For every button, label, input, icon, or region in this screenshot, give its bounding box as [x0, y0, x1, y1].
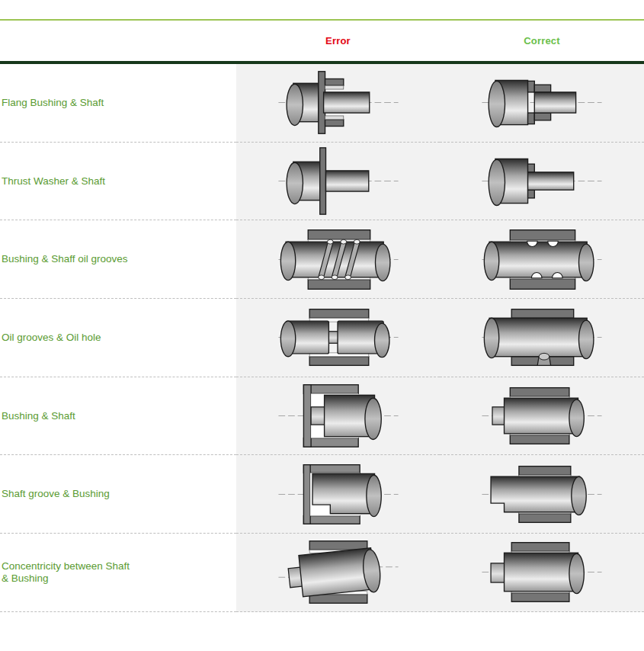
row-label-oil-grooves: Bushing & Shaff oil grooves — [0, 220, 236, 299]
correct-cell-oil-grooves — [440, 220, 644, 299]
error-cell-shaft-groove — [236, 455, 440, 534]
deep-groove-in-shaft-diagram — [274, 300, 403, 374]
oil-grooves-in-bushing-diagram — [477, 223, 607, 297]
oil-hole-in-bushing-diagram — [477, 300, 607, 374]
flange-bushing-flush-diagram — [477, 66, 607, 140]
row-label-oil-hole: Oil grooves & Oil hole — [0, 299, 236, 377]
row-label-thrust-washer: Thrust Washer & Shaft — [0, 143, 236, 221]
row-label-bushing-shaft: Bushing & Shaft — [0, 377, 236, 456]
error-cell-bushing-shaft — [236, 377, 440, 456]
error-cell-oil-grooves — [236, 220, 440, 299]
flange-bushing-protruding-diagram — [274, 66, 403, 140]
shaft-groove-outside-bushing-diagram — [477, 457, 607, 531]
correct-cell-concentricity — [440, 534, 644, 612]
row-label-flang-bushing: Flang Bushing & Shaft — [0, 64, 236, 143]
correct-cell-thrust-washer — [440, 143, 644, 221]
row-label-concentricity: Concentricity between Shaft & Bushing — [0, 534, 236, 612]
table-header: Error Correct — [0, 21, 644, 61]
correct-cell-bushing-shaft — [440, 377, 644, 456]
correct-cell-flang-bushing — [440, 64, 644, 143]
error-cell-flang-bushing — [236, 64, 440, 143]
thrust-washer-oversized-diagram — [274, 144, 403, 218]
shaft-tilted-in-bushing-diagram — [274, 535, 403, 609]
correct-cell-shaft-groove — [440, 455, 644, 534]
comparison-table: Flang Bushing & Shaft Thrust Washer & Sh… — [0, 64, 644, 612]
shaft-concentric-in-bushing-diagram — [477, 535, 607, 609]
shaft-groove-inside-bushing-diagram — [274, 457, 403, 531]
error-cell-thrust-washer — [236, 143, 440, 221]
bushing-loose-clearance-diagram — [274, 379, 403, 453]
correct-cell-oil-hole — [440, 299, 644, 377]
correct-column-header: Correct — [440, 35, 644, 46]
error-column-header: Error — [236, 35, 440, 46]
error-cell-concentricity — [236, 534, 440, 612]
row-label-shaft-groove: Shaft groove & Bushing — [0, 455, 236, 534]
error-cell-oil-hole — [236, 299, 440, 377]
spiral-oil-grooves-on-shaft-diagram — [274, 223, 403, 297]
thrust-washer-flush-diagram — [477, 144, 607, 218]
bushing-fitted-to-shaft-diagram — [477, 379, 607, 453]
